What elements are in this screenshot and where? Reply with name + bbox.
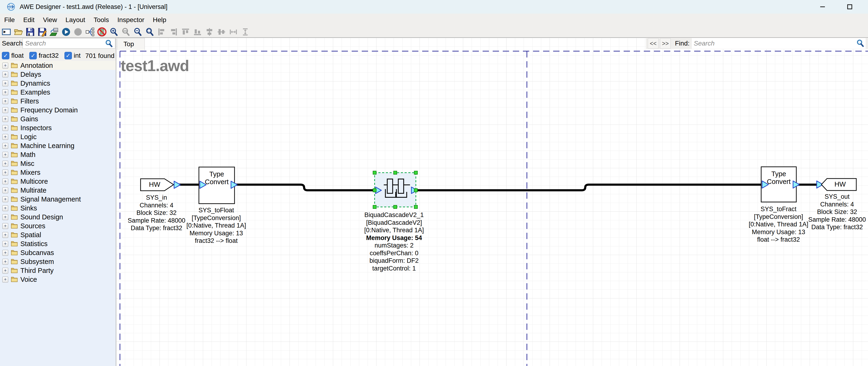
menu-item[interactable]: Layout xyxy=(61,13,90,26)
open-file-icon[interactable] xyxy=(13,27,23,37)
tree-row[interactable]: + Spatial xyxy=(0,230,116,239)
tree-row[interactable]: + Multicore xyxy=(0,177,116,186)
checkbox-checked[interactable]: ✓ xyxy=(64,52,72,59)
expand-icon[interactable]: + xyxy=(2,268,8,274)
expand-icon[interactable]: + xyxy=(2,89,8,95)
tree-row[interactable]: + Multirate xyxy=(0,186,116,195)
align-center-vertical-icon[interactable] xyxy=(216,27,226,37)
find-input[interactable] xyxy=(692,38,856,49)
minimize-button[interactable] xyxy=(815,0,830,13)
tree-row[interactable]: + Third Party xyxy=(0,266,116,275)
expand-icon[interactable]: + xyxy=(2,125,8,131)
handle-bottom-center[interactable] xyxy=(394,205,397,208)
handle-top-left[interactable] xyxy=(373,171,376,174)
tree-row[interactable]: + Sound Design xyxy=(0,213,116,222)
find-next-button[interactable]: >> xyxy=(660,38,671,49)
checkbox-checked[interactable]: ✓ xyxy=(29,52,37,59)
expand-icon[interactable]: + xyxy=(2,98,8,104)
tree-row[interactable]: + Machine Learning xyxy=(0,141,116,150)
tree-row[interactable]: + Misc xyxy=(0,159,116,168)
align-bottom-icon[interactable] xyxy=(193,27,203,37)
save-as-icon[interactable] xyxy=(37,27,47,37)
tree-row[interactable]: + Examples xyxy=(0,88,116,97)
menu-item[interactable]: View xyxy=(39,13,61,26)
tree-row[interactable]: + Signal Management xyxy=(0,195,116,204)
expand-icon[interactable]: + xyxy=(2,143,8,149)
expand-icon[interactable]: + xyxy=(2,188,8,193)
menu-item[interactable]: Edit xyxy=(19,13,39,26)
handle-top-right[interactable] xyxy=(414,171,417,174)
tree-row[interactable]: + Subcanvas xyxy=(0,248,116,257)
tree-row[interactable]: + Delays xyxy=(0,70,116,79)
handle-bottom-right[interactable] xyxy=(414,205,417,208)
expand-icon[interactable]: + xyxy=(2,241,8,247)
expand-icon[interactable]: + xyxy=(2,107,8,113)
space-vertical-icon[interactable] xyxy=(240,27,250,37)
menu-item[interactable]: Tools xyxy=(90,13,113,26)
expand-icon[interactable]: + xyxy=(2,81,8,86)
tree-row[interactable]: + Sinks xyxy=(0,204,116,213)
zoom-actual-icon[interactable]: 100% xyxy=(121,27,131,37)
expand-icon[interactable]: + xyxy=(2,196,8,202)
zoom-in-icon[interactable] xyxy=(109,27,119,37)
expand-icon[interactable]: + xyxy=(2,152,8,158)
tree-row[interactable]: + Statistics xyxy=(0,239,116,248)
tree-row[interactable]: + Math xyxy=(0,150,116,159)
menu-item[interactable]: File xyxy=(0,13,19,26)
expand-icon[interactable]: + xyxy=(2,223,8,229)
expand-icon[interactable]: + xyxy=(2,63,8,68)
tree-row[interactable]: + Frequency Domain xyxy=(0,106,116,114)
expand-icon[interactable]: + xyxy=(2,277,8,282)
tree-row[interactable]: + Inspectors xyxy=(0,123,116,132)
expand-icon[interactable]: + xyxy=(2,178,8,185)
tree-row[interactable]: + Gains xyxy=(0,114,116,123)
tree-row[interactable]: + Sources xyxy=(0,222,116,230)
expand-icon[interactable]: + xyxy=(2,214,8,220)
expand-icon[interactable]: + xyxy=(2,134,8,140)
handle-bottom-left[interactable] xyxy=(373,205,376,208)
category-label: Voice xyxy=(20,276,37,283)
space-horizontal-icon[interactable] xyxy=(228,27,238,37)
expand-icon[interactable]: + xyxy=(2,72,8,78)
search-icon[interactable] xyxy=(104,39,114,48)
menu-item[interactable]: Help xyxy=(149,13,170,26)
expand-icon[interactable]: + xyxy=(2,205,8,211)
stop-icon[interactable] xyxy=(73,27,83,37)
tab-top[interactable]: Top xyxy=(117,38,145,50)
align-top-icon[interactable] xyxy=(181,27,190,37)
connect-hardware-icon[interactable] xyxy=(49,27,59,37)
new-canvas-icon[interactable] xyxy=(1,27,11,37)
align-right-icon[interactable] xyxy=(169,27,179,37)
align-left-icon[interactable] xyxy=(157,27,166,37)
maximize-button[interactable] xyxy=(842,0,858,13)
tree-row[interactable]: + Mixers xyxy=(0,168,116,177)
save-icon[interactable] xyxy=(25,27,35,37)
menu-item[interactable]: Inspector xyxy=(113,13,149,26)
tree-row[interactable]: + Dynamics xyxy=(0,79,116,88)
search-label: Search: xyxy=(2,40,25,47)
handle-mid-right[interactable] xyxy=(414,189,417,192)
run-icon[interactable] xyxy=(61,27,71,37)
tree-row[interactable]: + Filters xyxy=(0,97,116,106)
handle-mid-left[interactable] xyxy=(373,189,376,192)
propagate-changes-icon[interactable] xyxy=(85,27,95,37)
expand-icon[interactable]: + xyxy=(2,161,8,167)
tree-row[interactable]: + Voice xyxy=(0,275,116,284)
expand-icon[interactable]: + xyxy=(2,170,8,175)
profiling-disabled-icon[interactable] xyxy=(97,27,107,37)
expand-icon[interactable]: + xyxy=(2,250,8,256)
tree-row[interactable]: + Annotation xyxy=(0,61,116,70)
align-center-horizontal-icon[interactable] xyxy=(205,27,214,37)
find-prev-button[interactable]: << xyxy=(648,38,658,49)
zoom-out-icon[interactable] xyxy=(133,27,143,37)
handle-top-center[interactable] xyxy=(394,171,397,174)
checkbox-checked[interactable]: ✓ xyxy=(2,52,9,59)
expand-icon[interactable]: + xyxy=(2,259,8,265)
tree-row[interactable]: + Subsystem xyxy=(0,257,116,266)
find-search-icon[interactable] xyxy=(856,39,865,48)
expand-icon[interactable]: + xyxy=(2,116,8,122)
expand-icon[interactable]: + xyxy=(2,232,8,238)
zoom-fit-icon[interactable] xyxy=(145,27,155,37)
tree-row[interactable]: + Logic xyxy=(0,132,116,141)
module-search-input[interactable] xyxy=(23,38,115,49)
